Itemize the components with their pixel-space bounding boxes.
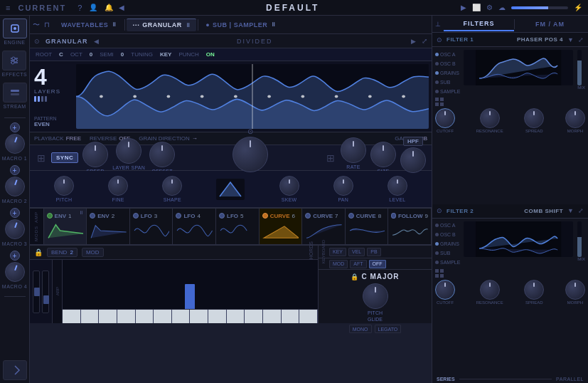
cutoff-knob-1[interactable] xyxy=(400,147,426,173)
cloud-icon[interactable]: ☁ xyxy=(498,4,506,11)
tab-fm-am[interactable]: FM / AM xyxy=(515,18,585,31)
lfo4-item[interactable]: LFO 4 xyxy=(173,209,216,244)
offset-knob[interactable] xyxy=(149,142,175,167)
filter2-expand-icon[interactable]: ⤢ xyxy=(578,207,584,214)
macro2-add[interactable]: + xyxy=(10,165,20,175)
pitch-knob[interactable] xyxy=(54,176,74,196)
piano-key[interactable] xyxy=(263,310,282,323)
mod-slider[interactable] xyxy=(42,271,49,313)
lfo3-item[interactable]: LFO 3 xyxy=(130,209,173,244)
piano-key[interactable] xyxy=(245,310,263,323)
granular-expand-icon[interactable]: ⤢ xyxy=(422,37,427,45)
nav-back-icon[interactable]: ◀ xyxy=(119,4,124,11)
piano-key[interactable] xyxy=(208,310,227,323)
macro2-knob[interactable] xyxy=(5,177,25,196)
filter2-resonance-knob[interactable] xyxy=(480,280,500,300)
shape-knob[interactable] xyxy=(162,176,182,196)
stream-button[interactable] xyxy=(3,83,27,103)
curve7-item[interactable]: CURVE 7 xyxy=(302,209,346,244)
save-icon[interactable]: ⬜ xyxy=(472,4,481,11)
filter2-spread-knob[interactable] xyxy=(524,280,544,300)
piano-key[interactable] xyxy=(81,310,100,323)
filter1-resonance-knob[interactable] xyxy=(480,108,500,128)
macro1-knob[interactable] xyxy=(5,134,25,154)
filter2-morph-knob[interactable] xyxy=(565,280,585,300)
legato-btn[interactable]: LEGATO xyxy=(375,325,402,333)
effects-button[interactable] xyxy=(2,51,26,70)
level-knob[interactable] xyxy=(387,176,407,196)
pb-btn[interactable]: PB xyxy=(367,248,380,256)
tab-sub-sampler[interactable]: ● SUB | SAMPLER ⏸ xyxy=(200,19,282,31)
mod-btn[interactable]: MOD xyxy=(329,260,348,268)
curve8-item[interactable]: CURVE 8 xyxy=(346,209,389,244)
filter2-cutoff-knob[interactable] xyxy=(435,280,455,300)
speed-knob[interactable] xyxy=(82,142,108,167)
bend-button[interactable]: BEND 2 xyxy=(47,248,77,257)
piano-key[interactable] xyxy=(63,310,81,323)
filter2-mode[interactable]: COMB SHIFT xyxy=(478,208,563,214)
position-knob[interactable] xyxy=(232,137,268,172)
fine-knob[interactable] xyxy=(108,176,128,196)
tab-granular[interactable]: ⋯ GRANULAR ⏸ xyxy=(127,19,197,31)
nav-forward-icon[interactable]: ▶ xyxy=(461,4,466,11)
env1-item[interactable]: ENV 1 ⏸ xyxy=(44,209,87,244)
bend-slider[interactable] xyxy=(33,271,40,313)
layer-span-knob[interactable] xyxy=(116,138,141,164)
menu-button[interactable] xyxy=(3,360,27,380)
mod-button[interactable]: MOD xyxy=(82,248,104,257)
mono-btn[interactable]: MONO xyxy=(349,325,372,333)
curve6-item[interactable]: CURVE 6 xyxy=(260,209,303,244)
filter1-grid-icon[interactable] xyxy=(435,98,461,107)
bell-icon[interactable]: 🔔 xyxy=(105,4,113,11)
rate-knob[interactable] xyxy=(341,137,366,163)
lfo5-item[interactable]: LFO 5 xyxy=(216,209,260,244)
filter1-menu-icon[interactable]: ▼ xyxy=(567,36,574,43)
filter1-spread-knob[interactable] xyxy=(524,108,544,128)
piano-key[interactable] xyxy=(227,310,245,323)
waveform-canvas[interactable] xyxy=(76,64,429,129)
user-icon[interactable]: 👤 xyxy=(89,4,97,11)
piano-key[interactable] xyxy=(117,310,136,323)
piano-key[interactable] xyxy=(299,310,318,323)
series-label[interactable]: SERIES xyxy=(437,377,455,382)
filter2-menu-icon[interactable]: ▼ xyxy=(567,207,574,214)
piano-key[interactable] xyxy=(172,310,191,323)
key-btn[interactable]: KEY xyxy=(329,248,346,256)
filter1-cutoff-knob[interactable] xyxy=(435,108,455,128)
filter2-grid-icon[interactable] xyxy=(435,269,461,278)
mod-row: MOD AFT OFF xyxy=(319,258,432,270)
tab-filters[interactable]: FILTERS xyxy=(444,17,514,31)
help-icon[interactable]: ? xyxy=(77,4,82,12)
macro3-knob[interactable] xyxy=(5,219,25,239)
follow9-item[interactable]: FOLLOW 9 xyxy=(388,209,432,244)
vel-btn[interactable]: VEL xyxy=(348,248,365,256)
grain-dir-value[interactable]: → xyxy=(192,135,198,142)
settings-icon[interactable]: ⚙ xyxy=(486,4,493,11)
piano-key[interactable] xyxy=(99,310,117,323)
skew-knob[interactable] xyxy=(279,176,299,196)
pitch-knob-main[interactable] xyxy=(363,283,388,309)
filter1-morph-knob[interactable] xyxy=(565,108,585,128)
power-icon[interactable]: ⚡ xyxy=(574,4,582,11)
piano-key[interactable] xyxy=(190,310,208,323)
aft-btn[interactable]: AFT xyxy=(350,260,366,268)
sync-button[interactable]: SYNC xyxy=(51,152,78,163)
filter1-expand-icon[interactable]: ⤢ xyxy=(578,36,584,43)
engine-button[interactable] xyxy=(3,19,27,38)
env2-item[interactable]: ENV 2 xyxy=(87,209,130,244)
parallel-label[interactable]: PARALLEL xyxy=(556,377,584,382)
filter1-mode[interactable]: PHASER POS 4 xyxy=(478,36,563,43)
hpf-badge[interactable]: HPF xyxy=(403,137,423,146)
macro4-add[interactable]: + xyxy=(10,251,20,261)
piano-notes[interactable]: C0 C1 xyxy=(63,260,318,323)
off-btn[interactable]: OFF xyxy=(369,260,386,268)
macro4-knob[interactable] xyxy=(5,262,25,282)
macro1-add[interactable]: + xyxy=(10,122,20,132)
macro3-add[interactable]: + xyxy=(10,208,20,218)
size-knob[interactable] xyxy=(370,142,396,167)
piano-key[interactable] xyxy=(136,310,154,323)
piano-key[interactable] xyxy=(154,310,172,323)
tab-wavetables[interactable]: WAVETABLES ⏸ xyxy=(55,19,123,31)
piano-key[interactable] xyxy=(282,310,300,323)
pan-knob[interactable] xyxy=(333,176,353,196)
